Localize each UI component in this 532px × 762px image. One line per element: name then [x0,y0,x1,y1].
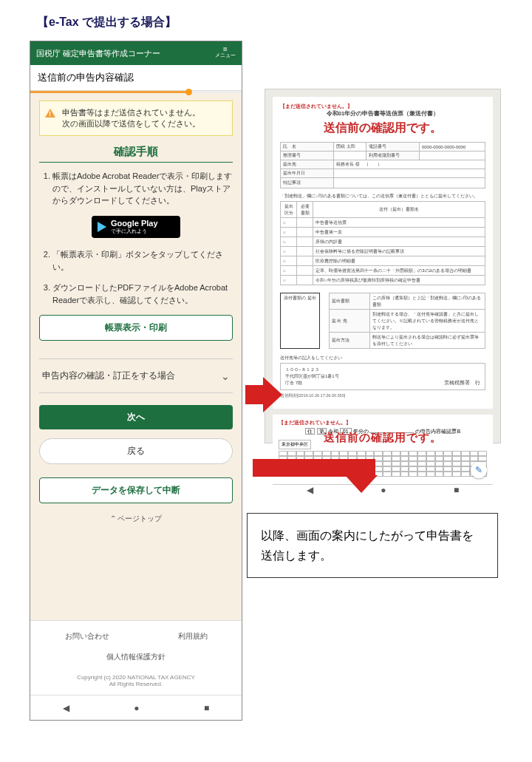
next-button[interactable]: 次へ [39,405,233,429]
nav-recent-icon-2[interactable]: ■ [454,485,459,495]
nav-recent-icon[interactable]: ■ [204,703,209,713]
back-button[interactable]: 戻る [39,438,233,464]
nosend-label: 【まだ送信されていません。】 [280,103,485,110]
doc1: 【まだ送信されていません。】 令和01年分の申告書等送信票（兼送付書） 送信前の… [273,97,493,409]
section-title: 確認手順 [39,145,233,163]
nav-home-icon-2[interactable]: ● [381,485,386,495]
doc1-header-table: 氏 名国税 太郎電話番号0000-0000-0000-0000 整理番号利用者識… [280,142,485,188]
callout-box: 以降、画面の案内にしたがって申告書を送信します。 [247,513,498,578]
office: 京橋税務署 行 [444,379,480,387]
addr: 千代田区霞が関丁目1番1号 庁舎 7階 [285,373,339,387]
step-1: 帳票はAdobe Acrobat Readerで表示・印刷しますので、インストー… [52,170,233,207]
phone-frame: 国税庁 確定申告書等作成コーナー ≡ メニュー 送信前の申告内容確認 申告書等は… [30,41,242,721]
play-triangle-icon [98,222,106,232]
gplay-small: で手に入れよう [111,228,147,234]
hamburger-icon: ≡ [223,48,228,51]
menu-label: メニュー [215,52,236,59]
footer-terms[interactable]: 利用規約 [178,631,208,642]
doc1-title: 令和01年分の申告書等送信票（兼送付書） [280,110,485,118]
menu-button[interactable]: ≡ メニュー [215,48,236,59]
save-suspend-button[interactable]: データを保存して中断 [39,477,233,503]
collapse-row[interactable]: 申告内容の確認・訂正をする場合 [39,358,233,393]
alert-line1: 申告書等はまだ送信されていません。 [62,107,226,118]
steps-list-2: 「帳票表示・印刷」ボタンをタップしてください。 ダウンロードしたPDFファイルを… [39,248,233,306]
step-2: 「帳票表示・印刷」ボタンをタップしてください。 [52,248,233,273]
step-3: ダウンロードしたPDFファイルをAdobe Acrobat Readerで表示し… [52,282,233,306]
alert-line2: 次の画面以降で送信をしてください。 [62,118,226,129]
sendto-label: 送付先等の記入をしてください [280,355,485,361]
google-play-badge[interactable]: Google Play で手に入れよう [92,216,180,239]
nosend-label-2: 【まだ送信されていません。】 [279,419,487,426]
footer: お問い合わせ 利用規約 個人情報保護方針 Copyright (c) 2020 … [30,620,242,695]
zip: １００−８１２３ [285,367,339,373]
print-button[interactable]: 帳票表示・印刷 [39,315,233,341]
doc1-note: 「別途郵送」欄に○印のある書類については、この送信票（兼送付書）とともに提出して… [280,193,485,200]
collapse-label: 申告内容の確認・訂正をする場合 [42,370,175,382]
doc1-list-table: 提出 区分必要書類送付（提出）書類名 ○申告書等送信票 ○申告書第一表 ○所得の… [280,201,485,285]
confirm-stamp-2: 送信前の確認用です。 [273,431,493,445]
nav-back-icon-2[interactable]: ◀ [307,485,313,495]
arrow-down [253,459,375,477]
rights: All Rights Reserved. [30,681,242,687]
nav-home-icon[interactable]: ● [134,703,139,713]
edit-fab[interactable]: ✎ [471,462,487,478]
preview-android-nav: ◀ ● ■ [273,484,493,495]
chevron-down-icon [221,370,230,382]
preview-frame: 【まだ送信されていません。】 令和01年分の申告書等送信票（兼送付書） 送信前の… [265,89,501,443]
subheader: 送信前の申告内容確認 [30,65,242,91]
appbar-title: 国税庁 確定申告書等作成コーナー [36,48,160,59]
android-nav: ◀ ● ■ [30,695,242,720]
nav-back-icon[interactable]: ◀ [63,703,69,713]
footer-privacy[interactable]: 個人情報保護方針 [30,652,242,671]
page-title: 【e-Tax で提出する場合】 [37,15,177,30]
footer-contact[interactable]: お問い合わせ [65,631,109,642]
alert-box: 申告書等はまだ送信されていません。 次の画面以降で送信をしてください。 [39,101,233,136]
copyright: Copyright (c) 2020 NATIONAL TAX AGENCY [30,674,242,681]
addr-box-label: 添付書類の 提出 [280,293,320,349]
gplay-big: Google Play [111,219,158,228]
arrow-right [245,377,282,412]
steps-list: 帳票はAdobe Acrobat Readerで表示・印刷しますので、インストー… [39,170,233,207]
doc1-addr-table: 提出書類この所得（通算額）と上記「別途郵送」欄に○印のある書類 提 出 先別途郵… [329,293,485,349]
confirm-stamp: 送信前の確認用です。 [280,120,485,136]
timestamp: 送信時刻[2019.10.26 17:26:30.350] [280,393,485,398]
appbar: 国税庁 確定申告書等作成コーナー ≡ メニュー [30,41,242,65]
content-area: 申告書等はまだ送信されていません。 次の画面以降で送信をしてください。 確認手順… [30,93,242,620]
page-top-link[interactable]: ページトップ [39,514,233,524]
